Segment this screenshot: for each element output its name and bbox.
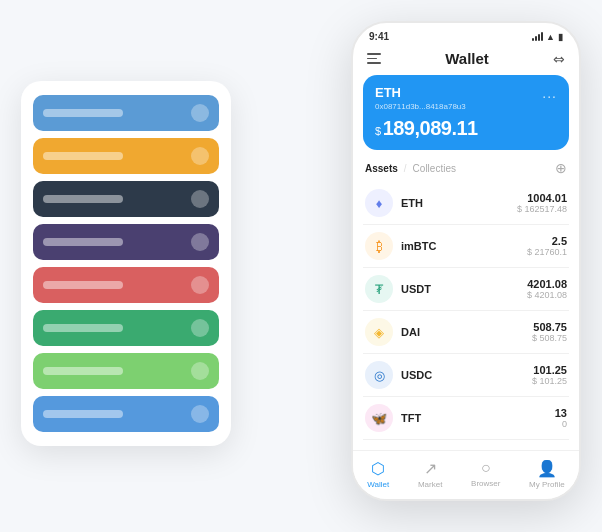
asset-icon-tft: 🦋 [365, 404, 393, 432]
status-icons: ▲ ▮ [532, 32, 563, 42]
nav-item-browser[interactable]: ○Browser [471, 459, 500, 489]
card-item-icon [191, 233, 209, 251]
card-item-label [43, 109, 123, 117]
card-item-icon [191, 104, 209, 122]
signal-icon [532, 32, 543, 41]
nav-item-wallet[interactable]: ⬡Wallet [367, 459, 389, 489]
asset-usd: $ 101.25 [532, 376, 567, 386]
asset-icon-eth: ♦ [365, 189, 393, 217]
asset-values-usdc: 101.25$ 101.25 [532, 364, 567, 386]
time-display: 9:41 [369, 31, 389, 42]
nav-icon-browser: ○ [481, 459, 491, 477]
card-item-icon [191, 276, 209, 294]
card-item-7[interactable] [33, 396, 219, 432]
asset-row[interactable]: 🦋TFT130 [363, 397, 569, 440]
card-item-label [43, 367, 123, 375]
currency-symbol: $ [375, 125, 381, 137]
eth-card-options[interactable]: ... [542, 85, 557, 101]
nav-icon-my-profile: 👤 [537, 459, 557, 478]
asset-usd: $ 508.75 [532, 333, 567, 343]
card-item-label [43, 324, 123, 332]
eth-card[interactable]: ... ETH 0x08711d3b...8418a78u3 $189,089.… [363, 75, 569, 150]
nav-icon-market: ↗ [424, 459, 437, 478]
tab-assets[interactable]: Assets [365, 163, 398, 174]
card-item-2[interactable] [33, 181, 219, 217]
asset-name-usdc: USDC [401, 369, 532, 381]
phone: 9:41 ▲ ▮ Wallet ⇔ ... ETH 0x08711d3b...8… [351, 21, 581, 501]
eth-card-address: 0x08711d3b...8418a78u3 [375, 102, 557, 111]
card-stack [21, 81, 231, 446]
nav-icon-wallet: ⬡ [371, 459, 385, 478]
card-item-5[interactable] [33, 310, 219, 346]
asset-name-tft: TFT [401, 412, 555, 424]
card-item-label [43, 152, 123, 160]
card-item-label [43, 281, 123, 289]
asset-row[interactable]: ♦ETH1004.01$ 162517.48 [363, 182, 569, 225]
add-asset-button[interactable]: ⊕ [555, 160, 567, 176]
asset-amount: 13 [555, 407, 567, 419]
card-item-6[interactable] [33, 353, 219, 389]
asset-values-usdt: 4201.08$ 4201.08 [527, 278, 567, 300]
asset-amount: 4201.08 [527, 278, 567, 290]
nav-item-market[interactable]: ↗Market [418, 459, 442, 489]
asset-values-tft: 130 [555, 407, 567, 429]
asset-name-imbtc: imBTC [401, 240, 527, 252]
card-item-1[interactable] [33, 138, 219, 174]
asset-list: ♦ETH1004.01$ 162517.48₿imBTC2.5$ 21760.1… [353, 182, 579, 440]
eth-card-title: ETH [375, 85, 557, 100]
card-item-label [43, 410, 123, 418]
nav-item-my-profile[interactable]: 👤My Profile [529, 459, 565, 489]
card-item-icon [191, 190, 209, 208]
asset-icon-imbtc: ₿ [365, 232, 393, 260]
status-bar: 9:41 ▲ ▮ [353, 23, 579, 46]
assets-tabs: Assets / Collecties [365, 163, 456, 174]
asset-amount: 508.75 [532, 321, 567, 333]
asset-icon-usdc: ◎ [365, 361, 393, 389]
assets-header: Assets / Collecties ⊕ [353, 160, 579, 182]
asset-amount: 101.25 [532, 364, 567, 376]
eth-card-balance: $189,089.11 [375, 117, 557, 140]
card-item-4[interactable] [33, 267, 219, 303]
asset-row[interactable]: ₿imBTC2.5$ 21760.1 [363, 225, 569, 268]
card-item-icon [191, 147, 209, 165]
card-item-icon [191, 319, 209, 337]
card-item-label [43, 195, 123, 203]
menu-button[interactable] [367, 53, 381, 64]
asset-row[interactable]: ◎USDC101.25$ 101.25 [363, 354, 569, 397]
asset-icon-dai: ◈ [365, 318, 393, 346]
asset-usd: $ 4201.08 [527, 290, 567, 300]
asset-name-dai: DAI [401, 326, 532, 338]
card-item-3[interactable] [33, 224, 219, 260]
asset-row[interactable]: ◈DAI508.75$ 508.75 [363, 311, 569, 354]
page-title: Wallet [445, 50, 489, 67]
asset-values-eth: 1004.01$ 162517.48 [517, 192, 567, 214]
card-item-icon [191, 405, 209, 423]
scene: 9:41 ▲ ▮ Wallet ⇔ ... ETH 0x08711d3b...8… [21, 21, 581, 511]
asset-usd: $ 162517.48 [517, 204, 567, 214]
asset-row[interactable]: ₮USDT4201.08$ 4201.08 [363, 268, 569, 311]
phone-header: Wallet ⇔ [353, 46, 579, 75]
asset-amount: 2.5 [527, 235, 567, 247]
tab-collecties[interactable]: Collecties [413, 163, 456, 174]
card-item-label [43, 238, 123, 246]
nav-label-my-profile: My Profile [529, 480, 565, 489]
asset-name-usdt: USDT [401, 283, 527, 295]
asset-amount: 1004.01 [517, 192, 567, 204]
nav-label-market: Market [418, 480, 442, 489]
battery-icon: ▮ [558, 32, 563, 42]
card-item-icon [191, 362, 209, 380]
expand-icon[interactable]: ⇔ [553, 51, 565, 67]
card-item-0[interactable] [33, 95, 219, 131]
nav-label-wallet: Wallet [367, 480, 389, 489]
bottom-nav: ⬡Wallet↗Market○Browser👤My Profile [353, 450, 579, 499]
asset-usd: $ 21760.1 [527, 247, 567, 257]
asset-name-eth: ETH [401, 197, 517, 209]
asset-usd: 0 [555, 419, 567, 429]
asset-values-imbtc: 2.5$ 21760.1 [527, 235, 567, 257]
asset-values-dai: 508.75$ 508.75 [532, 321, 567, 343]
wifi-icon: ▲ [546, 32, 555, 42]
tab-divider: / [404, 163, 407, 174]
asset-icon-usdt: ₮ [365, 275, 393, 303]
nav-label-browser: Browser [471, 479, 500, 488]
